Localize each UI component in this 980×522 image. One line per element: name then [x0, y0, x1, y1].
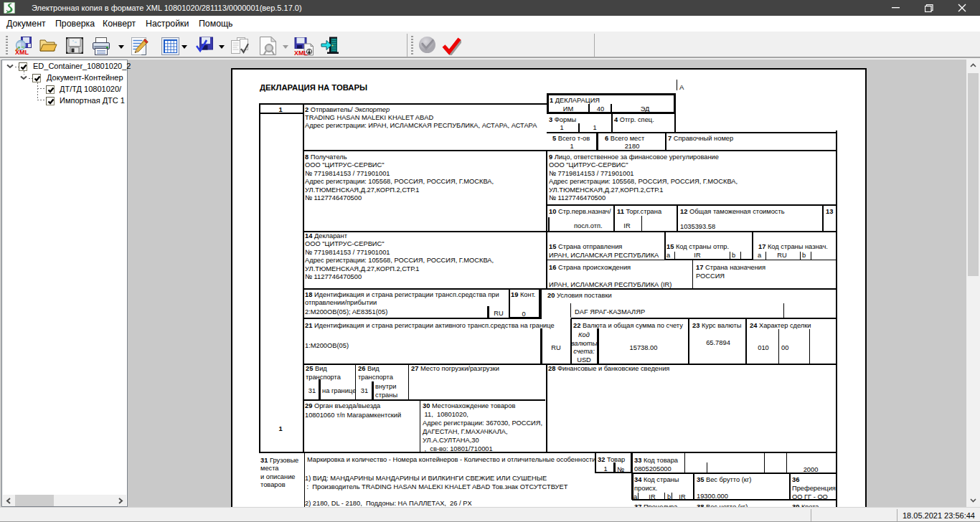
svg-text:XML: XML [294, 49, 308, 56]
svg-text:XML: XML [15, 49, 29, 55]
